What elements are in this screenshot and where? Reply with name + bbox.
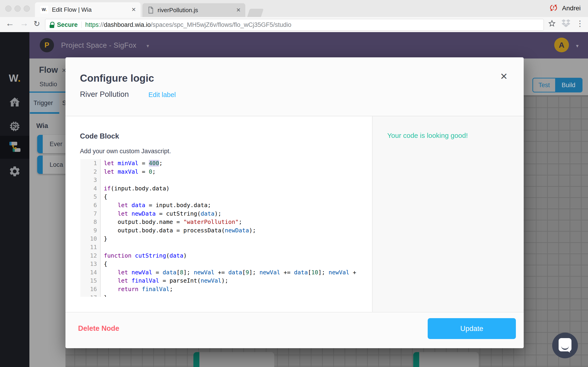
tab-close-icon[interactable]: ✕ xyxy=(127,6,141,13)
code-line[interactable]: 7 let newData = cutString(data); xyxy=(80,210,372,218)
modal-footer-divider xyxy=(65,312,524,312)
url-divider xyxy=(81,22,82,28)
modal-close-icon[interactable]: ✕ xyxy=(500,71,508,82)
code-line[interactable]: 16 return finalVal; xyxy=(80,285,372,294)
code-line[interactable]: 15 let finalVal = parseInt(newVal); xyxy=(80,277,372,285)
wia-favicon: W. xyxy=(40,6,48,14)
tab-title: Edit Flow | Wia xyxy=(52,6,127,13)
canvas-node-partial[interactable] xyxy=(193,352,274,367)
secure-label: Secure xyxy=(57,21,78,28)
url-path: /spaces/spc_MH5wjZ6v/flows/flo_wCj35GF5/… xyxy=(151,21,291,28)
browser-menu-icon[interactable]: ⋮ xyxy=(576,19,584,28)
url-scheme: https xyxy=(85,21,99,28)
chat-launcher[interactable] xyxy=(552,333,578,358)
tab-trigger[interactable]: Trigger xyxy=(34,100,53,107)
trigger-tab-underline xyxy=(30,112,59,114)
reload-icon[interactable]: ↻ xyxy=(34,19,40,28)
bookmark-star-icon[interactable] xyxy=(548,19,556,28)
settings-gear-icon[interactable] xyxy=(9,165,21,177)
address-bar[interactable]: Secure https :// dashboard.wia.io /space… xyxy=(45,19,544,31)
flows-icon[interactable] xyxy=(9,141,21,153)
node-color-cap xyxy=(37,135,43,153)
home-icon[interactable] xyxy=(9,96,21,108)
code-line[interactable]: 2let maxVal = 0; xyxy=(80,168,372,176)
canvas-node-partial[interactable] xyxy=(413,352,479,367)
configure-logic-modal: Configure logic River Pollution Edit lab… xyxy=(65,57,524,348)
code-lines: 1let minVal = 400;2let maxVal = 0;34if(i… xyxy=(80,159,372,297)
project-avatar[interactable]: P xyxy=(40,38,54,52)
code-editor[interactable]: 1let minVal = 400;2let maxVal = 0;34if(i… xyxy=(80,159,372,297)
code-line[interactable]: 11 xyxy=(80,243,372,252)
app-header: P Project Space - SigFox ▼ A ▼ xyxy=(29,32,588,58)
tab-title: riverPollution.js xyxy=(157,7,232,14)
sync-error-icon[interactable] xyxy=(549,3,558,12)
modal-title: Configure logic xyxy=(80,73,154,84)
code-block-description: Add your own custom Javascript. xyxy=(80,148,171,155)
code-line[interactable]: 3 xyxy=(80,176,372,184)
wia-section-label: Wia xyxy=(36,122,48,130)
update-button[interactable]: Update xyxy=(428,318,516,339)
browser-toolbar: ← → ↻ Secure https :// dashboard.wia.io … xyxy=(0,17,588,33)
window-close-button[interactable] xyxy=(5,6,11,12)
new-tab-button[interactable] xyxy=(247,9,264,17)
code-line[interactable]: 6 let data = input.body.data; xyxy=(80,201,372,210)
app-sidebar: W. xyxy=(0,32,29,367)
code-line[interactable]: 12function cutString(data) xyxy=(80,252,372,260)
user-dropdown-icon[interactable]: ▼ xyxy=(575,44,579,49)
code-line[interactable]: 17} xyxy=(80,294,372,297)
code-line[interactable]: 14 let newVal = data[8]; newVal += data[… xyxy=(80,268,372,277)
code-line[interactable]: 8 output.body.name = "waterPollution"; xyxy=(80,218,372,226)
browser-tab-inactive[interactable]: riverPollution.js ✕ xyxy=(142,3,245,17)
user-avatar[interactable]: A xyxy=(554,38,569,52)
test-build-toggle: Test Build xyxy=(532,78,582,92)
code-line[interactable]: 10} xyxy=(80,235,372,243)
browser-tab-strip: W. Edit Flow | Wia ✕ riverPollution.js ✕… xyxy=(0,0,588,17)
build-button[interactable]: Build xyxy=(555,78,582,92)
code-line[interactable]: 4if(input.body.data) xyxy=(80,184,372,193)
url-host: dashboard.wia.io xyxy=(104,21,151,28)
code-block-heading: Code Block xyxy=(80,132,119,140)
flow-panel-title: Flow xyxy=(39,65,58,75)
document-icon xyxy=(147,6,154,14)
window-zoom-button[interactable] xyxy=(24,6,30,12)
forward-icon[interactable]: → xyxy=(20,18,28,28)
back-icon[interactable]: ← xyxy=(6,18,14,28)
window-minimize-button[interactable] xyxy=(15,6,21,12)
project-title[interactable]: Project Space - SigFox xyxy=(61,41,137,50)
tab-close-icon[interactable]: ✕ xyxy=(232,7,245,13)
screen: W. Edit Flow | Wia ✕ riverPollution.js ✕… xyxy=(0,0,588,367)
code-status-message: Your code is looking good! xyxy=(387,132,468,140)
code-line[interactable]: 1let minVal = 400; xyxy=(80,159,372,168)
lock-icon xyxy=(50,22,54,28)
code-line[interactable]: 5{ xyxy=(80,193,372,201)
devices-chip-icon[interactable] xyxy=(9,120,21,133)
test-button[interactable]: Test xyxy=(533,78,555,92)
status-section xyxy=(372,116,524,312)
delete-node-button[interactable]: Delete Node xyxy=(78,324,119,333)
project-dropdown-icon[interactable]: ▼ xyxy=(146,44,150,49)
node-label: River Pollution xyxy=(80,90,129,99)
wia-logo[interactable]: W. xyxy=(0,73,29,84)
node-event-button[interactable]: Ever xyxy=(37,135,69,153)
browser-tab-active[interactable]: W. Edit Flow | Wia ✕ xyxy=(35,2,141,17)
edit-label-link[interactable]: Edit label xyxy=(148,91,176,99)
dropbox-extension-icon[interactable] xyxy=(561,19,571,27)
node-color-cap xyxy=(37,156,43,174)
browser-profile-name[interactable]: Andrei xyxy=(562,5,581,12)
url-separator: :// xyxy=(99,21,104,28)
code-line[interactable]: 9 output.body.data = processData(newData… xyxy=(80,226,372,235)
code-line[interactable]: 13{ xyxy=(80,260,372,268)
tab-studio[interactable]: Studio xyxy=(40,81,57,88)
node-location-button[interactable]: Loca xyxy=(37,156,69,174)
